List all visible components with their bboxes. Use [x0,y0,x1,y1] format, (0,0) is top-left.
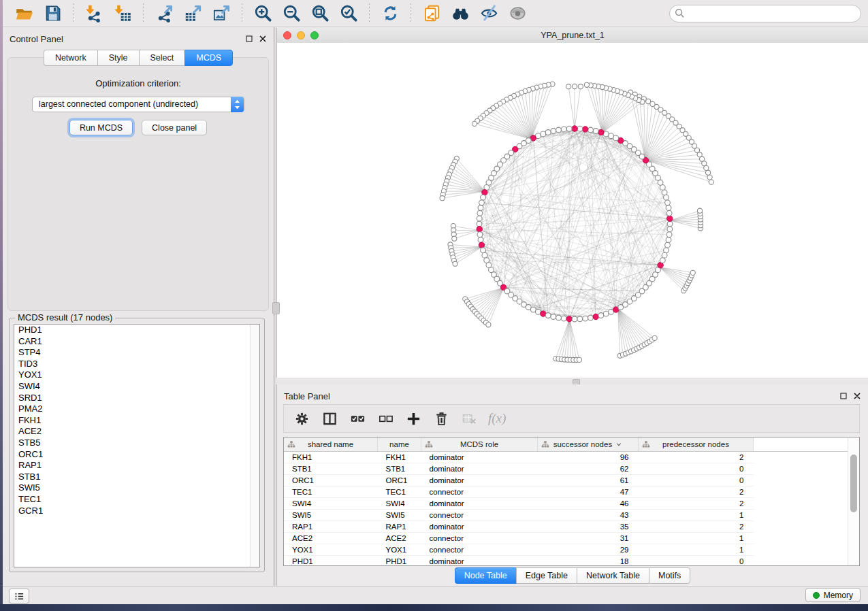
cell-name[interactable]: SWI4 [378,498,421,510]
network-from-selection-icon[interactable] [421,3,442,24]
tab-style[interactable]: Style [97,50,139,66]
cell-predecessor-nodes[interactable]: 2 [639,486,754,498]
table-row[interactable]: STB1STB1dominator620 [284,463,860,475]
cell-mcds-role[interactable]: dominator [421,498,538,510]
float-panel-icon[interactable] [244,35,253,44]
column-header-name[interactable]: name [378,437,421,452]
tab-node-table[interactable]: Node Table [455,567,516,584]
cell-mcds-role[interactable]: connector [421,486,538,498]
cell-successor-nodes[interactable]: 18 [538,556,639,567]
run-mcds-button[interactable]: Run MCDS [69,120,133,135]
cell-shared-name[interactable]: TEC1 [284,486,378,498]
tab-network-table[interactable]: Network Table [577,567,649,584]
tab-network[interactable]: Network [44,50,97,66]
close-table-panel-icon[interactable] [852,392,861,401]
open-session-icon[interactable] [14,3,34,24]
cell-shared-name[interactable]: ORC1 [284,475,378,486]
close-window-icon[interactable] [283,31,291,39]
zoom-out-icon[interactable] [281,3,302,24]
cell-predecessor-nodes[interactable]: 0 [639,556,754,567]
refresh-icon[interactable] [380,3,400,24]
cell-shared-name[interactable]: PHD1 [284,556,378,567]
vertical-splitter-grip[interactable] [272,302,280,314]
export-network-icon[interactable] [154,3,174,24]
delete-columns-icon[interactable] [432,410,450,427]
table-row[interactable]: TEC1TEC1connector472 [284,486,860,498]
mcds-result-item[interactable]: RAP1 [14,460,259,472]
cell-predecessor-nodes[interactable]: 2 [639,452,754,463]
table-row[interactable]: ACE2ACE2connector311 [284,533,860,544]
mcds-result-item[interactable]: CAR1 [14,336,259,348]
memory-button[interactable]: Memory [805,588,861,602]
mcds-result-item[interactable]: SWI4 [14,381,259,393]
mcds-result-item[interactable]: SWI5 [14,482,259,494]
cell-mcds-role[interactable]: connector [421,533,538,544]
cell-name[interactable]: RAP1 [378,521,421,533]
zoom-fit-icon[interactable] [310,3,330,24]
add-column-icon[interactable] [404,410,422,427]
mcds-result-item[interactable]: SRD1 [14,393,259,404]
cell-successor-nodes[interactable]: 46 [538,498,639,510]
cell-predecessor-nodes[interactable]: 2 [639,521,754,533]
cell-name[interactable]: ORC1 [378,475,421,486]
cell-mcds-role[interactable]: connector [421,544,538,556]
minimize-window-icon[interactable] [297,31,305,39]
cell-shared-name[interactable]: SWI4 [284,498,378,510]
cell-predecessor-nodes[interactable]: 1 [639,533,754,544]
task-history-button[interactable] [9,589,29,604]
cell-shared-name[interactable]: ACE2 [284,533,378,544]
mcds-result-item[interactable]: TID3 [14,359,259,370]
binoculars-icon[interactable] [450,3,470,24]
cell-predecessor-nodes[interactable]: 0 [639,475,754,486]
table-scrollbar-thumb[interactable] [850,455,857,512]
cell-shared-name[interactable]: STB1 [284,463,378,475]
cell-predecessor-nodes[interactable]: 1 [639,510,754,521]
cell-mcds-role[interactable]: dominator [421,463,538,475]
deselect-all-rows-icon[interactable] [376,410,394,427]
export-table-icon[interactable] [182,3,203,24]
optimization-criterion-select[interactable]: largest connected component (undirected) [32,97,244,112]
show-columns-icon[interactable] [321,410,338,427]
column-settings-gear-icon[interactable] [293,410,310,427]
float-table-panel-icon[interactable] [839,392,848,401]
cell-successor-nodes[interactable]: 35 [538,521,639,533]
network-view-canvas[interactable] [277,43,868,378]
maximize-window-icon[interactable] [310,31,319,39]
cell-successor-nodes[interactable]: 43 [538,510,639,521]
cell-mcds-role[interactable]: dominator [421,521,538,533]
mcds-result-item[interactable]: PHD1 [14,325,259,336]
mcds-result-item[interactable]: GCR1 [14,506,259,517]
table-scrollbar[interactable] [848,437,859,565]
cell-name[interactable]: STB1 [378,463,421,475]
import-network-icon[interactable] [84,3,104,24]
hide-graphics-details-icon[interactable] [479,3,499,24]
cell-predecessor-nodes[interactable]: 2 [639,498,754,510]
mcds-result-item[interactable]: FKH1 [14,415,259,427]
cell-name[interactable]: SWI5 [378,510,421,521]
mcds-result-item[interactable]: PMA2 [14,403,259,415]
table-row[interactable]: FKH1FKH1dominator962 [284,452,860,463]
cell-mcds-role[interactable]: connector [421,510,538,521]
horizontal-splitter[interactable] [276,378,868,384]
column-header-mcds-role[interactable]: MCDS role [421,437,538,452]
cell-shared-name[interactable]: YOX1 [284,544,378,556]
mcds-result-item[interactable]: TEC1 [14,494,259,506]
save-session-icon[interactable] [42,3,63,24]
mcds-result-item[interactable]: YOX1 [14,369,259,381]
cell-predecessor-nodes[interactable]: 0 [639,463,754,475]
close-panel-icon[interactable] [258,35,267,44]
export-image-icon[interactable] [211,3,231,24]
mcds-result-item[interactable]: STB5 [14,437,259,449]
zoom-in-icon[interactable] [253,3,273,24]
mcds-result-list[interactable]: PHD1CAR1STP4TID3YOX1SWI4SRD1PMA2FKH1ACE2… [14,324,260,567]
function-builder-icon[interactable]: f(x) [488,411,506,426]
import-table-icon[interactable] [112,3,133,24]
cell-name[interactable]: PHD1 [378,556,421,567]
result-list-scrollbar[interactable] [250,325,259,567]
cell-name[interactable]: ACE2 [378,533,421,544]
cell-shared-name[interactable]: SWI5 [284,510,378,521]
table-row[interactable]: YOX1YOX1connector291 [284,544,860,556]
zoom-selected-icon[interactable] [338,3,359,24]
column-header-shared-name[interactable]: shared name [284,437,378,452]
table-row[interactable]: SWI5SWI5connector431 [284,510,860,521]
